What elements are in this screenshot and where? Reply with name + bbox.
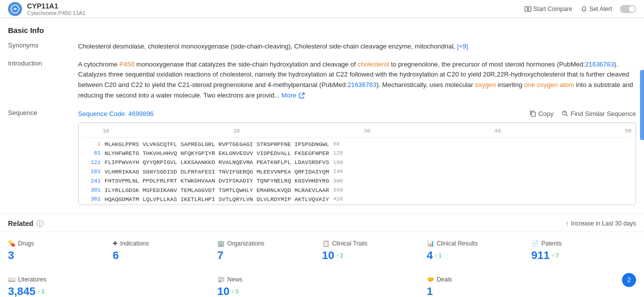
- gene-title: CYP11A1: [27, 2, 86, 10]
- related-info-icon[interactable]: i: [37, 220, 44, 227]
- related-header: Related i ↑ Increase in Last 30 days: [0, 213, 644, 232]
- sequence-code-link[interactable]: Sequence Code: 4699896: [78, 109, 154, 119]
- seq-line-301: 301 ILYRLLGDSK MSFEDIKANV TEMLAGGVDT TSM…: [83, 186, 631, 195]
- sequence-label: Sequence: [8, 109, 68, 206]
- literatures-count: 3,845: [8, 285, 36, 297]
- related-item-clinical-results[interactable]: 📊 Clinical Results 4 ↑ 1: [427, 236, 531, 266]
- basic-info-title: Basic Info: [8, 26, 636, 34]
- svg-rect-2: [528, 6, 531, 12]
- organizations-count: 7: [217, 249, 223, 262]
- highlight-cholesterol: cholesterol: [358, 60, 389, 68]
- introduction-value: A cytochrome P450 monooxygenase that cat…: [78, 60, 636, 101]
- main-content: Basic Info Synonyms Cholesterol desmolas…: [0, 18, 644, 205]
- search-dna-icon: [561, 110, 568, 117]
- related-item-indications[interactable]: ✚ Indications 6: [113, 236, 217, 266]
- copy-icon: [529, 110, 536, 117]
- bell-icon: [580, 6, 587, 12]
- start-compare-button[interactable]: Start Compare: [524, 6, 572, 12]
- gene-info: CYP11A1 Cytochrome P450 11A1: [27, 2, 86, 16]
- sequence-code-label: Sequence Code:: [78, 110, 127, 118]
- seq-line-61: 61 NLYHFWRETG THKVHLHHVQ NFQKYGPIYR EKLG…: [83, 149, 631, 158]
- news-increase: ↑ 3: [232, 288, 239, 294]
- right-scrollbar: [640, 70, 644, 140]
- header: CYP11A1 Cytochrome P450 11A1 Start Compa…: [0, 0, 644, 18]
- pubmed-link-1[interactable]: 21636783: [585, 60, 614, 68]
- patents-count: 911: [531, 249, 550, 262]
- related-item-organizations[interactable]: 🏢 Organizations 7: [217, 236, 322, 266]
- related-grid-row2: 📖 Literatures 3,845 ↑ 3 📰 News 10 ↑ 3 🤝: [0, 270, 644, 297]
- indications-count: 6: [113, 249, 119, 262]
- patents-icon: 📄: [531, 240, 539, 247]
- seq-line-241: 241 FHTSVPMLNL PPDLFRLFRT KTWKDHVAAN DVI…: [83, 176, 631, 186]
- related-item-clinical-trials[interactable]: 📋 Clinical Trials 10 ↑ 2: [322, 236, 427, 266]
- indications-icon: ✚: [113, 240, 118, 247]
- pat-arrow-icon: ↑: [552, 252, 555, 258]
- related-item-deals[interactable]: 🤝 Deals 1: [427, 272, 636, 297]
- more-link[interactable]: More: [282, 92, 297, 99]
- seq-line-181: 181 VLHRRIKKAG SGNYSGDISD DLFRFAFESI TNV…: [83, 168, 631, 176]
- sequence-header: Sequence Code: 4699896 Copy: [78, 109, 636, 119]
- sequence-row: Sequence Sequence Code: 4699896 Copy: [8, 109, 636, 206]
- drugs-count: 3: [8, 249, 14, 262]
- external-link-icon: [298, 92, 305, 99]
- clinical-trials-count: 10: [322, 249, 334, 262]
- gene-icon: [8, 2, 22, 16]
- synonyms-more-link[interactable]: [+9]: [457, 42, 468, 50]
- introduction-label: Introduction: [8, 60, 68, 101]
- related-item-patents[interactable]: 📄 Patents 911 ↑ 7: [531, 236, 636, 266]
- header-left: CYP11A1 Cytochrome P450 11A1: [8, 2, 86, 16]
- news-count: 10: [217, 285, 229, 297]
- drugs-icon: 💊: [8, 240, 16, 247]
- literatures-increase: ↑ 3: [38, 288, 45, 294]
- related-item-news[interactable]: 📰 News 10 ↑ 3: [217, 272, 426, 297]
- arrow-up-icon: ↑: [565, 220, 569, 228]
- news-icon: 📰: [217, 276, 225, 283]
- increase-label: ↑ Increase in Last 30 days: [565, 220, 636, 228]
- highlight-oxygen: oxygen: [475, 81, 496, 88]
- clinical-trials-increase: ↑ 2: [336, 252, 343, 258]
- cr-arrow-icon: ↑: [435, 252, 438, 258]
- copy-button[interactable]: Copy: [529, 110, 553, 118]
- seq-line-361: 361 HQAQGDMATM LQLVPLLKAS IKETLRLHPI SVT…: [83, 195, 631, 204]
- clinical-results-icon: 📊: [427, 240, 434, 247]
- clinical-results-increase: ↑ 1: [435, 252, 442, 258]
- deals-count: 1: [427, 285, 433, 297]
- patents-increase: ↑ 7: [552, 252, 559, 258]
- gene-subtitle: Cytochrome P450 11A1: [27, 10, 86, 16]
- related-title: Related i: [8, 220, 44, 228]
- sequence-box[interactable]: 10 20 30 40 50 1 MLAKGLPPRS VLVKGCQTFL S…: [78, 122, 636, 205]
- organizations-icon: 🏢: [217, 240, 225, 247]
- sequence-code-value: 4699896: [128, 110, 154, 118]
- synonyms-text: Cholesterol desmolase, cholesterol monoo…: [78, 42, 455, 50]
- related-grid-row1: 💊 Drugs 3 ✚ Indications 6 🏢 Organization…: [0, 232, 644, 270]
- alert-toggle[interactable]: [620, 5, 636, 13]
- sequence-container: Sequence Code: 4699896 Copy: [78, 109, 636, 206]
- news-arrow-icon: ↑: [232, 288, 235, 294]
- page-button[interactable]: 2: [622, 273, 636, 287]
- svg-point-4: [562, 111, 566, 115]
- seq-line-1: 1 MLAKGLPPRS VLVKGCQTFL SAPREGLGRL RVPTG…: [83, 140, 631, 149]
- literatures-icon: 📖: [8, 276, 16, 283]
- highlight-one: one oxygen atom: [524, 81, 574, 88]
- lit-arrow-icon: ↑: [38, 288, 41, 294]
- introduction-row: Introduction A cytochrome P450 monooxyge…: [8, 60, 636, 101]
- pubmed-link-2[interactable]: 21636783: [347, 81, 376, 88]
- sequence-ruler: 10 20 30 40 50: [83, 127, 631, 138]
- set-alert-button[interactable]: Set Alert: [580, 6, 612, 12]
- header-right: Start Compare Set Alert: [524, 5, 636, 13]
- ct-arrow-icon: ↑: [336, 252, 339, 258]
- synonyms-row: Synonyms Cholesterol desmolase, choleste…: [8, 42, 636, 52]
- deals-icon: 🤝: [427, 276, 434, 283]
- synonyms-value: Cholesterol desmolase, cholesterol monoo…: [78, 42, 636, 52]
- find-similar-button[interactable]: Find Similar Sequence: [561, 110, 636, 118]
- highlight-p450: P450: [119, 60, 134, 68]
- svg-rect-3: [531, 112, 535, 116]
- sequence-actions: Copy Find Similar Sequence: [529, 110, 636, 118]
- seq-line-121: 121 FLIPPWVAYH QYYQRPIGVL LKKSAANKKD RVA…: [83, 158, 631, 167]
- related-item-drugs[interactable]: 💊 Drugs 3: [8, 236, 113, 266]
- clinical-trials-icon: 📋: [322, 240, 330, 247]
- related-item-literatures[interactable]: 📖 Literatures 3,845 ↑ 3: [8, 272, 217, 297]
- clinical-results-count: 4: [427, 249, 433, 262]
- synonyms-label: Synonyms: [8, 42, 68, 52]
- compare-icon: [524, 6, 531, 12]
